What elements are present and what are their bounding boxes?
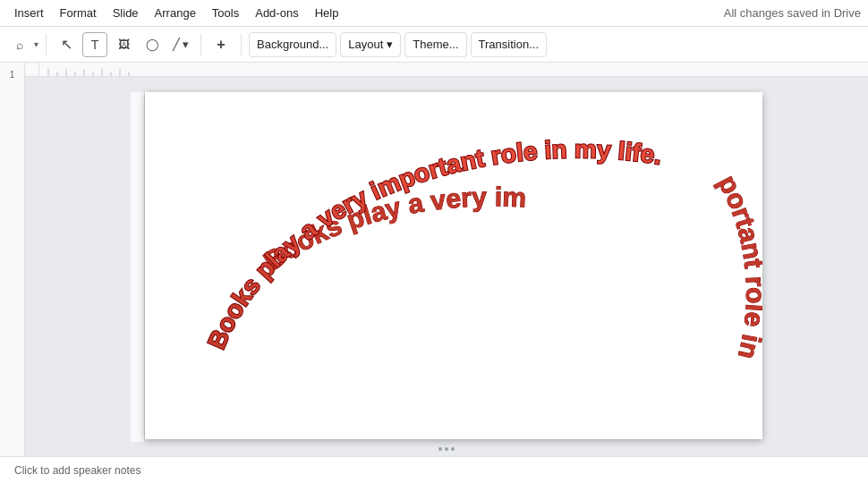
ruler-v-ticks xyxy=(131,92,145,439)
slide-container: Books play a very im portant role in xyxy=(131,92,762,442)
ruler-horizontal xyxy=(25,63,868,77)
ruler-vertical xyxy=(131,92,145,442)
menu-bar: Insert Format Slide Arrange Tools Add-on… xyxy=(0,0,868,27)
textbox-tool[interactable]: T xyxy=(82,32,107,57)
menu-addons[interactable]: Add-ons xyxy=(248,3,305,23)
zoom-icon[interactable]: ⌕ xyxy=(7,32,32,57)
slide-canvas[interactable]: Books play a very im portant role in xyxy=(145,92,762,439)
slide-number: 1 xyxy=(10,70,15,80)
main-area: 1 xyxy=(0,63,868,456)
zoom-control[interactable]: ⌕ ▾ xyxy=(7,32,38,57)
dot2 xyxy=(445,447,448,451)
layout-arrow-icon: ▾ xyxy=(387,38,393,51)
dot1 xyxy=(438,447,442,451)
menu-insert[interactable]: Insert xyxy=(7,3,51,23)
sep1 xyxy=(46,34,47,55)
zoom-arrow: ▾ xyxy=(34,39,38,49)
layout-button[interactable]: Layout ▾ xyxy=(340,32,401,57)
slide-panel: 1 xyxy=(0,63,25,456)
image-tool[interactable]: 🖼 xyxy=(111,32,136,57)
menu-format[interactable]: Format xyxy=(53,3,104,23)
notes-area[interactable]: Click to add speaker notes xyxy=(0,456,868,483)
shape-tool[interactable]: ◯ xyxy=(140,32,165,57)
save-status: All changes saved in Drive xyxy=(724,6,861,20)
background-button[interactable]: Background... xyxy=(249,32,336,57)
sep2 xyxy=(200,34,201,55)
sep3 xyxy=(241,34,242,55)
slide-viewport[interactable]: Books play a very im portant role in xyxy=(25,77,868,456)
transition-button[interactable]: Transition... xyxy=(471,32,547,57)
notes-placeholder: Click to add speaker notes xyxy=(14,464,140,477)
menu-tools[interactable]: Tools xyxy=(205,3,246,23)
toolbar: ⌕ ▾ ↖ T 🖼 ◯ ╱ ▾ + Background... Layout ▾… xyxy=(0,27,868,63)
curved-text-right: portant role in xyxy=(713,170,762,361)
cursor-tool[interactable]: ↖ xyxy=(54,32,79,57)
dot3 xyxy=(451,447,455,451)
menu-arrange[interactable]: Arrange xyxy=(148,3,203,23)
menu-help[interactable]: Help xyxy=(308,3,346,23)
main-text-group: Books play a very important role in my l… xyxy=(202,135,664,353)
ruler-h-ticks xyxy=(39,63,868,76)
menu-slide[interactable]: Slide xyxy=(106,3,146,23)
scroll-dots xyxy=(438,447,455,451)
canvas-area: Books play a very im portant role in xyxy=(25,63,868,456)
curved-text-main: Books play a very important role in my l… xyxy=(202,135,664,353)
slide-content-svg: Books play a very im portant role in xyxy=(145,92,762,439)
line-tool[interactable]: ╱ ▾ xyxy=(168,32,193,57)
add-element-btn[interactable]: + xyxy=(208,32,234,57)
theme-button[interactable]: Theme... xyxy=(404,32,466,57)
